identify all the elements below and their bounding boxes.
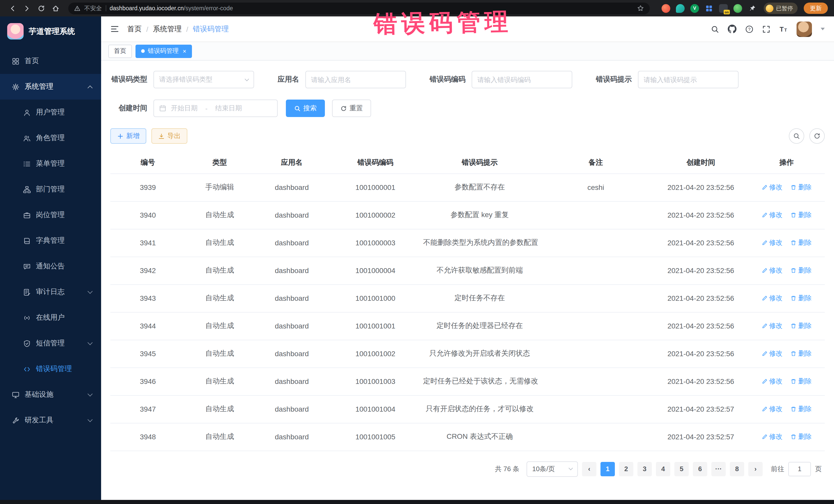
chevron-down-icon[interactable] <box>821 28 825 30</box>
toggle-search-button[interactable] <box>789 128 804 144</box>
edit-link[interactable]: 修改 <box>761 377 783 386</box>
cell-hint: CRON 表达式不正确 <box>421 423 539 451</box>
edit-link[interactable]: 修改 <box>761 266 783 275</box>
address-bar[interactable]: 不安全 dashboard.yudao.iocoder.cn/system/er… <box>68 2 650 14</box>
bookmark-star-icon[interactable] <box>637 5 644 12</box>
tab-home[interactable]: 首页 <box>108 44 132 58</box>
fullscreen-icon[interactable] <box>762 25 770 33</box>
sidebar-item[interactable]: 在线用户 <box>0 305 101 330</box>
extension-icon-teal[interactable] <box>676 4 685 13</box>
sidebar-item[interactable]: 研发工具 <box>0 408 101 433</box>
edit-link[interactable]: 修改 <box>761 432 783 441</box>
menu-fold-icon[interactable] <box>110 25 119 34</box>
sidebar-item[interactable]: 用户管理 <box>0 100 101 125</box>
extension-icon-on[interactable]: on <box>719 4 728 13</box>
add-button[interactable]: 新增 <box>110 128 146 144</box>
search-button[interactable]: 搜索 <box>286 100 325 117</box>
sidebar-item[interactable]: 岗位管理 <box>0 202 101 228</box>
close-icon[interactable]: × <box>183 48 186 54</box>
page-button[interactable]: 8 <box>730 462 744 476</box>
delete-link[interactable]: 删除 <box>791 349 812 358</box>
page-button[interactable]: 4 <box>656 462 670 476</box>
prev-page-button[interactable]: ‹ <box>582 462 596 476</box>
breadcrumb-system[interactable]: 系统管理 <box>153 24 182 34</box>
github-icon[interactable] <box>728 25 737 34</box>
reset-button[interactable]: 重置 <box>332 100 371 117</box>
extensions-pin-icon[interactable] <box>748 4 756 13</box>
date-range-picker[interactable]: 开始日期 - 结束日期 <box>153 100 278 117</box>
delete-link[interactable]: 删除 <box>791 183 812 192</box>
date-start-placeholder: 开始日期 <box>171 104 198 113</box>
breadcrumb-home[interactable]: 首页 <box>127 24 142 34</box>
page-button[interactable]: 2 <box>619 462 633 476</box>
help-icon[interactable]: ? <box>745 25 753 33</box>
browser-home-button[interactable] <box>49 2 62 14</box>
sidebar-item[interactable]: 字典管理 <box>0 228 101 254</box>
cell-hint: 参数配置不存在 <box>421 174 539 201</box>
tab-error-code[interactable]: 错误码管理 × <box>135 44 192 58</box>
cell-app: dashboard <box>254 395 330 423</box>
gear-icon <box>11 83 20 91</box>
extension-icon-grid[interactable] <box>705 4 714 13</box>
delete-link[interactable]: 删除 <box>791 377 812 386</box>
delete-link[interactable]: 删除 <box>791 266 812 275</box>
edit-link[interactable]: 修改 <box>761 349 783 358</box>
edit-link[interactable]: 修改 <box>761 183 783 192</box>
cell-id: 3944 <box>110 312 185 340</box>
app-name-input[interactable] <box>305 71 406 88</box>
page-size-select[interactable]: 10条/页 <box>527 461 578 477</box>
browser-profile-chip[interactable]: 已暂停 <box>764 3 797 14</box>
sidebar-item[interactable]: 基础设施 <box>0 382 101 408</box>
sidebar-item[interactable]: 首页 <box>0 48 101 74</box>
error-type-select[interactable]: 请选择错误码类型 <box>153 71 254 88</box>
extension-icon-v[interactable]: V <box>690 4 699 13</box>
sidebar-item[interactable]: 短信管理 <box>0 330 101 356</box>
delete-link[interactable]: 删除 <box>791 238 812 247</box>
refresh-table-button[interactable] <box>809 128 825 144</box>
next-page-button[interactable]: › <box>748 462 763 476</box>
page-button[interactable]: 3 <box>637 462 652 476</box>
page-button[interactable]: 6 <box>693 462 707 476</box>
page-button[interactable]: ··· <box>711 462 726 476</box>
user-avatar[interactable] <box>796 21 812 37</box>
extension-icon-red[interactable] <box>662 4 670 13</box>
sidebar-item[interactable]: 菜单管理 <box>0 151 101 177</box>
cell-code: 1001001005 <box>330 423 421 451</box>
error-code-table: 编号 类型 应用名 错误码编码 错误码提示 备注 创建时间 操作 <box>110 152 825 451</box>
export-button[interactable]: 导出 <box>151 128 187 144</box>
browser-back-button[interactable] <box>6 2 19 14</box>
pencil-icon <box>761 351 768 357</box>
search-icon[interactable] <box>711 25 719 33</box>
delete-link[interactable]: 删除 <box>791 321 812 330</box>
delete-link[interactable]: 删除 <box>791 293 812 303</box>
sidebar-item[interactable]: 错误码管理 <box>0 356 101 382</box>
page-button[interactable]: 5 <box>674 462 689 476</box>
delete-link[interactable]: 删除 <box>791 404 812 414</box>
cell-hint: 不能删除类型为系统内置的参数配置 <box>421 229 539 257</box>
sidebar-item[interactable]: 系统管理 <box>0 74 101 100</box>
edit-link[interactable]: 修改 <box>761 211 783 220</box>
edit-link[interactable]: 修改 <box>761 293 783 303</box>
browser-update-button[interactable]: 更新 <box>804 3 828 14</box>
cell-time: 2021-04-20 23:52:56 <box>653 174 748 201</box>
sidebar-item[interactable]: 审计日志 <box>0 279 101 305</box>
trash-icon <box>791 378 797 385</box>
edit-link[interactable]: 修改 <box>761 321 783 330</box>
font-size-icon[interactable]: TT <box>779 25 788 34</box>
browser-forward-button[interactable] <box>21 2 33 14</box>
app-logo[interactable]: 芋道管理系统 <box>0 17 101 46</box>
sidebar-item[interactable]: 角色管理 <box>0 125 101 151</box>
delete-link[interactable]: 删除 <box>791 432 812 441</box>
edit-link[interactable]: 修改 <box>761 238 783 247</box>
edit-link[interactable]: 修改 <box>761 404 783 414</box>
extension-icon-leaf[interactable] <box>733 4 742 13</box>
error-hint-input[interactable] <box>638 71 739 88</box>
error-code-input[interactable] <box>471 71 572 88</box>
browser-reload-button[interactable] <box>35 2 47 14</box>
sidebar-item[interactable]: 通知公告 <box>0 254 101 279</box>
delete-link[interactable]: 删除 <box>791 211 812 220</box>
goto-page-input[interactable] <box>788 462 811 476</box>
page-button[interactable]: 1 <box>600 462 615 476</box>
table-row: 3941 自动生成 dashboard 1001000003 不能删除类型为系统… <box>110 229 825 257</box>
sidebar-item[interactable]: 部门管理 <box>0 177 101 202</box>
